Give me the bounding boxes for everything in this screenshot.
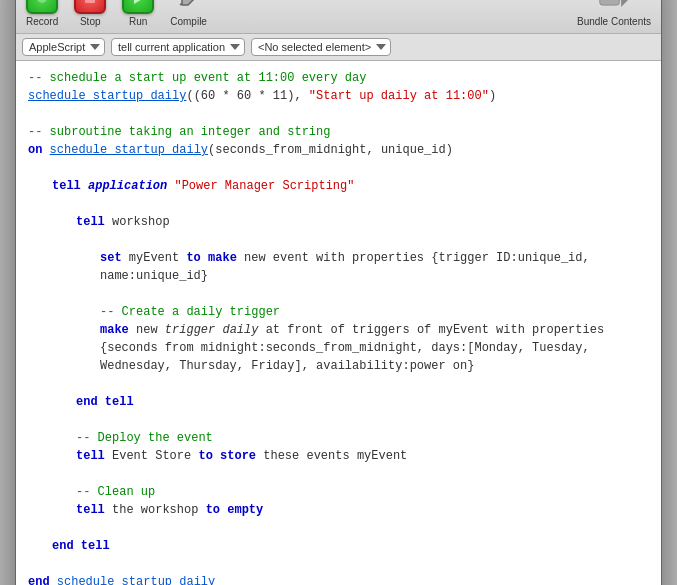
code-line-22: tell the workshop to empty — [28, 501, 649, 519]
stop-icon-inner — [85, 0, 95, 3]
code-line-19: tell Event Store to store these events m… — [28, 447, 649, 465]
code-line-13: -- Create a daily trigger — [28, 303, 649, 321]
record-label: Record — [26, 16, 58, 27]
code-editor[interactable]: -- schedule a start up event at 11:00 ev… — [16, 61, 661, 585]
bundle-contents-button[interactable]: Bundle Contents — [577, 0, 651, 27]
code-line-12 — [28, 285, 649, 303]
code-line-20 — [28, 465, 649, 483]
language-dropdown[interactable]: AppleScript — [22, 38, 105, 56]
code-line-15 — [28, 375, 649, 393]
code-line-26: end schedule_startup_daily — [28, 573, 649, 585]
code-line-18: -- Deploy the event — [28, 429, 649, 447]
run-label: Run — [129, 16, 147, 27]
code-line-21: -- Clean up — [28, 483, 649, 501]
record-toolbar-item[interactable]: Record — [26, 0, 58, 27]
code-line-24: end tell — [28, 537, 649, 555]
toolbar: Record Stop Run Compile — [16, 0, 661, 34]
hammer-icon — [177, 0, 201, 10]
run-triangle-icon — [134, 0, 144, 4]
stop-button-icon[interactable] — [74, 0, 106, 14]
run-toolbar-item[interactable]: Run — [122, 0, 154, 27]
code-line-14: make new trigger daily at front of trigg… — [28, 321, 649, 375]
record-icon-inner — [37, 0, 47, 3]
code-line-16: end tell — [28, 393, 649, 411]
app-window: 📄 schedule_startup_daily.applescript Rec… — [16, 0, 661, 585]
stop-toolbar-item[interactable]: Stop — [74, 0, 106, 27]
code-line-11: set myEvent to make new event with prope… — [28, 249, 649, 285]
bundle-arrow-icon — [598, 0, 630, 12]
bundle-contents-area: Bundle Contents — [577, 0, 651, 27]
stop-label: Stop — [80, 16, 101, 27]
code-line-3 — [28, 105, 649, 123]
code-line-7: tell application "Power Manager Scriptin… — [28, 177, 649, 195]
bundle-icon — [598, 0, 630, 14]
record-button-icon[interactable] — [26, 0, 58, 14]
compile-toolbar-item[interactable]: Compile — [170, 0, 207, 27]
compile-label: Compile — [170, 16, 207, 27]
svg-marker-2 — [621, 0, 630, 7]
bundle-label: Bundle Contents — [577, 16, 651, 27]
code-line-23 — [28, 519, 649, 537]
code-line-17 — [28, 411, 649, 429]
code-line-25 — [28, 555, 649, 573]
code-line-4: -- subroutine taking an integer and stri… — [28, 123, 649, 141]
code-line-1: -- schedule a start up event at 11:00 ev… — [28, 69, 649, 87]
run-button-icon[interactable] — [122, 0, 154, 14]
compile-button-icon[interactable] — [173, 0, 205, 14]
code-line-2: schedule_startup_daily((60 * 60 * 11), "… — [28, 87, 649, 105]
element-dropdown[interactable]: <No selected element> — [251, 38, 391, 56]
code-line-6 — [28, 159, 649, 177]
code-line-9: tell workshop — [28, 213, 649, 231]
code-line-8 — [28, 195, 649, 213]
code-line-10 — [28, 231, 649, 249]
svg-rect-1 — [600, 0, 620, 5]
target-dropdown[interactable]: tell current application — [111, 38, 245, 56]
code-line-5: on schedule_startup_daily(seconds_from_m… — [28, 141, 649, 159]
dropdowns-row: AppleScript tell current application <No… — [16, 34, 661, 61]
